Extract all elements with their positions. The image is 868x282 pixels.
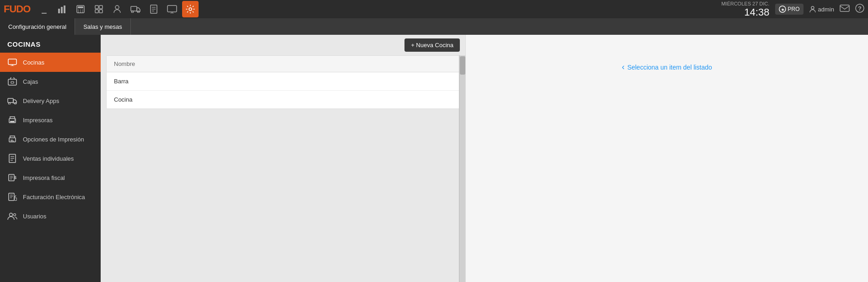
sidebar-item-impresoras[interactable]: Impresoras xyxy=(0,110,101,130)
grid-icon[interactable] xyxy=(91,1,107,17)
sidebar: COCINAS Cocinas Cajas Delivery Apps Impr… xyxy=(0,35,101,282)
svg-rect-1 xyxy=(61,7,63,13)
placeholder-text: Selecciona un item del listado xyxy=(627,64,712,71)
svg-text:★: ★ xyxy=(781,8,784,12)
pro-label: PRO xyxy=(788,6,800,12)
impresora-fiscal-icon: $ xyxy=(7,173,17,183)
table-header: Nombre xyxy=(107,56,459,72)
nueva-cocina-button[interactable]: + Nueva Cocina xyxy=(404,38,460,52)
person-icon[interactable] xyxy=(109,1,125,17)
mail-icon[interactable] xyxy=(840,5,850,14)
sidebar-impresoras-label: Impresoras xyxy=(23,117,53,124)
svg-text:?: ? xyxy=(858,5,862,12)
chart-bar-icon[interactable] xyxy=(54,1,70,17)
tab-salas-y-mesas[interactable]: Salas y mesas xyxy=(75,18,131,35)
impresoras-icon xyxy=(7,115,17,125)
content-header: + Nueva Cocina xyxy=(101,35,465,55)
svg-rect-33 xyxy=(8,59,16,65)
sidebar-opciones-label: Opciones de Impresión xyxy=(23,136,84,143)
svg-point-61 xyxy=(10,213,13,217)
svg-point-8 xyxy=(78,11,79,12)
sidebar-item-impresora-fiscal[interactable]: $ Impresora fiscal xyxy=(0,168,101,187)
calculator-icon[interactable] xyxy=(72,1,89,17)
svg-rect-23 xyxy=(167,5,177,12)
sidebar-fiscal-label: Impresora fiscal xyxy=(23,174,65,181)
svg-point-43 xyxy=(14,119,15,120)
ventas-icon xyxy=(7,153,17,163)
sidebar-item-cocinas[interactable]: Cocinas xyxy=(0,53,101,72)
cajas-icon xyxy=(7,76,17,87)
svg-rect-2 xyxy=(64,5,65,13)
monitor-icon[interactable] xyxy=(164,1,180,17)
tab-bar: Configuración general Salas y mesas xyxy=(0,18,868,35)
nombre-column-header: Nombre xyxy=(114,60,135,67)
content-scroll-area[interactable]: Nombre Barra Cocina xyxy=(101,55,465,282)
sidebar-delivery-label: Delivery Apps xyxy=(23,98,59,104)
svg-rect-0 xyxy=(58,9,60,13)
svg-point-18 xyxy=(138,11,140,13)
svg-point-26 xyxy=(189,8,192,11)
scrollbar-thumb[interactable] xyxy=(460,56,465,75)
svg-rect-14 xyxy=(99,10,102,13)
cocina-name-cocina: Cocina xyxy=(114,96,132,103)
delivery-apps-icon xyxy=(7,96,17,106)
truck-icon[interactable] xyxy=(127,1,144,17)
main-layout: COCINAS Cocinas Cajas Delivery Apps Impr… xyxy=(0,35,868,282)
help-icon[interactable]: ? xyxy=(855,4,864,15)
pro-badge[interactable]: ★ PRO xyxy=(775,4,803,15)
datetime-display: MIÉRCOLES 27 DIC. 14:38 xyxy=(721,1,769,17)
detail-placeholder-message: ‹ Selecciona un item del listado xyxy=(622,62,712,72)
content-area: + Nueva Cocina Nombre Barra Cocina xyxy=(101,35,465,282)
svg-rect-30 xyxy=(840,5,849,11)
cocinas-table: Nombre Barra Cocina xyxy=(106,55,460,109)
svg-rect-11 xyxy=(95,5,98,9)
svg-rect-13 xyxy=(95,10,98,13)
sidebar-item-usuarios[interactable]: Usuarios xyxy=(0,206,101,226)
svg-rect-42 xyxy=(10,121,15,122)
svg-rect-16 xyxy=(131,6,137,11)
logo: FUDO xyxy=(4,3,30,15)
chevron-left-icon: ‹ xyxy=(622,62,625,72)
sidebar-item-delivery-apps[interactable]: Delivery Apps xyxy=(0,91,101,110)
cocinas-icon xyxy=(7,57,17,67)
opciones-impresion-icon xyxy=(7,134,17,144)
document-icon[interactable] xyxy=(146,1,162,17)
svg-point-29 xyxy=(811,6,814,9)
sidebar-cajas-label: Cajas xyxy=(23,78,38,85)
sidebar-item-facturacion-electronica[interactable]: Facturación Electrónica xyxy=(0,187,101,206)
detail-panel: ‹ Selecciona un item del listado xyxy=(465,35,868,282)
facturacion-icon xyxy=(7,192,17,202)
sidebar-facturacion-label: Facturación Electrónica xyxy=(23,194,85,201)
time-display: 14:38 xyxy=(744,7,770,17)
table-row[interactable]: Barra xyxy=(107,72,459,91)
svg-rect-38 xyxy=(8,98,13,103)
sidebar-item-opciones-impresion[interactable]: Opciones de Impresión xyxy=(0,130,101,149)
svg-point-10 xyxy=(82,11,83,12)
settings-icon[interactable] xyxy=(182,1,199,17)
svg-rect-4 xyxy=(78,6,83,8)
svg-rect-12 xyxy=(99,5,102,9)
sidebar-item-cajas[interactable]: Cajas xyxy=(0,72,101,91)
scrollbar-track[interactable] xyxy=(459,55,465,282)
svg-point-6 xyxy=(80,10,81,11)
usuarios-icon xyxy=(7,211,17,221)
top-navigation: FUDO ⎯ MIÉRCOLES 27 DIC. 14:38 ★ PRO xyxy=(0,0,868,18)
svg-point-17 xyxy=(132,11,134,13)
svg-point-62 xyxy=(14,214,16,216)
sidebar-ventas-label: Ventas individuales xyxy=(23,155,74,162)
sidebar-usuarios-label: Usuarios xyxy=(23,213,46,220)
cocina-name-barra: Barra xyxy=(114,78,129,85)
svg-point-5 xyxy=(78,10,79,11)
svg-point-7 xyxy=(82,10,83,11)
utensils-icon[interactable]: ⎯ xyxy=(36,1,52,17)
sidebar-item-ventas-individuales[interactable]: Ventas individuales xyxy=(0,149,101,168)
sidebar-title: COCINAS xyxy=(0,35,101,53)
admin-button[interactable]: admin xyxy=(809,5,834,13)
svg-point-15 xyxy=(115,5,119,9)
svg-text:$: $ xyxy=(14,175,16,180)
svg-point-9 xyxy=(80,11,81,12)
sidebar-cocinas-label: Cocinas xyxy=(23,59,44,66)
table-row[interactable]: Cocina xyxy=(107,91,459,108)
tab-configuracion-general[interactable]: Configuración general xyxy=(0,18,75,35)
admin-label: admin xyxy=(818,6,834,13)
